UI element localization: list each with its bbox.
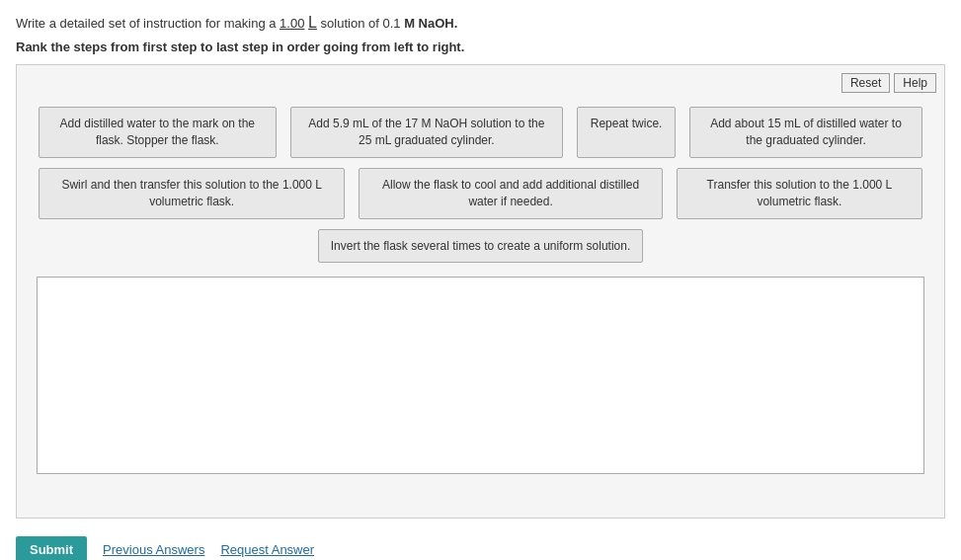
submit-button[interactable]: Submit — [16, 536, 87, 560]
instruction-text: Rank the steps from first step to last s… — [16, 40, 945, 54]
tile-6[interactable]: Allow the flask to cool and add addition… — [359, 168, 663, 219]
tiles-area: Add distilled water to the mark on the f… — [29, 107, 932, 263]
reset-button[interactable]: Reset — [841, 73, 890, 93]
tiles-row-1: Add distilled water to the mark on the f… — [39, 107, 922, 158]
previous-answers-button[interactable]: Previous Answers — [103, 542, 204, 557]
tile-4[interactable]: Add about 15 mL of distilled water to th… — [689, 107, 922, 158]
help-button[interactable]: Help — [894, 73, 936, 93]
tile-2[interactable]: Add 5.9 mL of the 17 M NaOH solution to … — [290, 107, 564, 158]
tile-8[interactable]: Invert the flask several times to create… — [318, 229, 643, 264]
main-content-box: Reset Help Add distilled water to the ma… — [16, 64, 945, 519]
answer-drop-area[interactable] — [37, 277, 924, 474]
tiles-row-2: Swirl and then transfer this solution to… — [39, 168, 922, 219]
tile-1[interactable]: Add distilled water to the mark on the f… — [39, 107, 277, 158]
question-line1: Write a detailed set of instruction for … — [16, 12, 945, 34]
footer-area: Submit Previous Answers Request Answer — [16, 532, 945, 560]
tiles-row-3: Invert the flask several times to create… — [39, 229, 922, 264]
request-answer-button[interactable]: Request Answer — [220, 542, 314, 557]
top-buttons-area: Reset Help — [841, 73, 936, 93]
tile-3[interactable]: Repeat twice. — [577, 107, 676, 158]
tile-7[interactable]: Transfer this solution to the 1.000 L vo… — [677, 168, 922, 219]
tile-5[interactable]: Swirl and then transfer this solution to… — [39, 168, 345, 219]
